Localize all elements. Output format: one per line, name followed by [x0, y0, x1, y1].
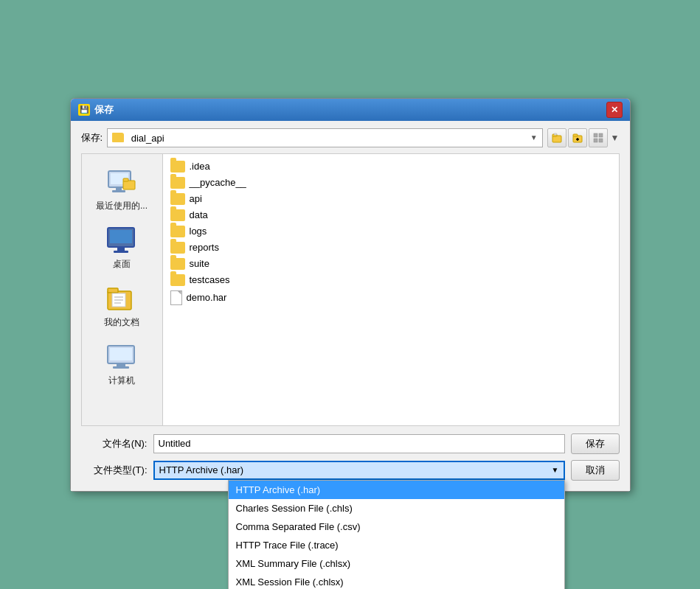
view-dropdown-arrow[interactable]: ▼	[611, 133, 620, 143]
svg-rect-15	[123, 181, 135, 189]
folder-name: reports	[190, 242, 219, 253]
folder-icon-sm	[112, 133, 124, 142]
title-bar-left: 💾 保存	[78, 103, 114, 116]
list-item[interactable]: reports	[167, 240, 614, 256]
cancel-button[interactable]: 取消	[571, 460, 620, 481]
list-item[interactable]: suite	[167, 256, 614, 272]
toolbar-btn-1[interactable]	[547, 128, 566, 147]
svg-rect-28	[110, 348, 132, 360]
folder-name: logs	[190, 226, 207, 237]
folder-name: __pycache__	[190, 177, 246, 188]
filename-row: 文件名(N): 保存	[81, 433, 620, 454]
list-item[interactable]: data	[167, 207, 614, 223]
new-folder-icon	[572, 133, 583, 143]
svg-rect-30	[113, 366, 129, 369]
filetype-dropdown[interactable]: HTTP Archive (.har) Charles Session File…	[228, 480, 565, 590]
save-dialog: 💾 保存 ✕ 保存: dial_api ▼	[70, 98, 631, 492]
dialog-icon: 💾	[78, 104, 90, 116]
folder-name: .idea	[190, 161, 210, 172]
svg-rect-2	[554, 133, 557, 135]
file-list-area[interactable]: .idea __pycache__ api data logs	[162, 153, 620, 426]
filetype-row: 文件类型(T): HTTP Archive (.har) ▼ HTTP Arch…	[81, 460, 620, 481]
computer-svg-icon	[105, 342, 139, 372]
svg-rect-14	[112, 190, 125, 192]
folder-name: api	[190, 193, 202, 204]
sidebar-item-desktop[interactable]: 桌面	[89, 223, 155, 273]
dropdown-item-csv[interactable]: Comma Separated File (.csv)	[229, 517, 564, 536]
folder-icon	[170, 258, 185, 270]
folder-icon	[170, 209, 185, 221]
svg-rect-22	[108, 288, 118, 293]
svg-rect-10	[599, 139, 603, 142]
sidebar-item-computer-label: 计算机	[108, 374, 135, 387]
list-item[interactable]: api	[167, 191, 614, 207]
current-folder-name: dial_api	[131, 133, 164, 144]
sidebar-item-desktop-label: 桌面	[113, 258, 131, 271]
file-name: demo.har	[187, 292, 227, 303]
form-area: 文件名(N): 保存 文件类型(T): HTTP Archive (.har) …	[81, 433, 620, 481]
file-icon	[170, 290, 182, 305]
dropdown-item-chlsx1[interactable]: XML Summary File (.chlsx)	[229, 554, 564, 573]
desktop-svg-icon	[105, 226, 139, 255]
content-area: 最近使用的... 桌面	[81, 153, 620, 426]
filetype-selected-value: HTTP Archive (.har)	[159, 464, 244, 475]
sidebar-item-recent-label: 最近使用的...	[96, 200, 148, 212]
filetype-select[interactable]: HTTP Archive (.har) ▼	[153, 461, 565, 480]
sidebar-item-computer[interactable]: 计算机	[89, 339, 155, 390]
dropdown-item-trace[interactable]: HTTP Trace File (.trace)	[229, 536, 564, 554]
list-item[interactable]: logs	[167, 223, 614, 240]
filetype-dropdown-arrow: ▼	[552, 466, 559, 474]
filetype-label: 文件类型(T):	[81, 464, 148, 477]
list-item[interactable]: __pycache__	[167, 175, 614, 191]
dialog-title: 保存	[94, 103, 114, 116]
view-menu-icon	[593, 133, 603, 143]
list-item[interactable]: demo.har	[167, 288, 614, 307]
folder-icon	[170, 242, 185, 254]
folder-icon	[170, 226, 185, 237]
computer-icon	[105, 342, 139, 372]
sidebar-item-mydocs[interactable]: 我的文档	[89, 281, 155, 332]
sidebar-item-mydocs-label: 我的文档	[104, 316, 139, 329]
svg-rect-8	[599, 133, 603, 137]
svg-rect-19	[117, 247, 125, 251]
location-dropdown[interactable]: dial_api ▼	[107, 128, 542, 147]
dropdown-item-har[interactable]: HTTP Archive (.har)	[229, 481, 564, 499]
folder-icon	[170, 274, 185, 286]
left-sidebar: 最近使用的... 桌面	[81, 153, 162, 426]
folder-name: testcases	[190, 274, 230, 285]
recent-icon	[105, 167, 139, 197]
title-bar: 💾 保存 ✕	[71, 99, 630, 121]
dropdown-arrow-icon: ▼	[530, 133, 538, 142]
toolbar-icons: ▼	[547, 128, 620, 147]
svg-rect-13	[116, 187, 122, 190]
filetype-select-wrapper: HTTP Archive (.har) ▼ HTTP Archive (.har…	[153, 461, 565, 480]
svg-rect-9	[594, 139, 597, 142]
save-button[interactable]: 保存	[571, 433, 620, 454]
close-button[interactable]: ✕	[606, 102, 623, 118]
dialog-body: 保存: dial_api ▼	[71, 121, 630, 491]
folder-icon	[170, 161, 185, 172]
svg-rect-18	[110, 230, 132, 243]
svg-rect-7	[594, 133, 597, 137]
toolbar-btn-2[interactable]	[568, 128, 587, 147]
mydocs-svg-icon	[105, 284, 139, 313]
desktop-icon	[105, 226, 139, 255]
folder-icon-indicator: dial_api	[112, 132, 164, 144]
svg-rect-4	[573, 134, 578, 136]
folder-name: data	[190, 209, 208, 220]
toolbar-btn-3[interactable]	[589, 128, 608, 147]
folder-name: suite	[190, 258, 209, 269]
mydocs-icon	[105, 284, 139, 313]
folder-icon	[170, 193, 185, 205]
sidebar-item-recent[interactable]: 最近使用的...	[89, 164, 155, 215]
filename-input[interactable]	[153, 434, 565, 453]
recent-svg-icon	[105, 167, 139, 197]
filename-label: 文件名(N):	[81, 437, 148, 450]
dropdown-item-chls[interactable]: Charles Session File (.chls)	[229, 499, 564, 517]
svg-rect-29	[117, 363, 125, 366]
folder-icon	[170, 177, 185, 189]
list-item[interactable]: .idea	[167, 158, 614, 175]
dropdown-item-chlsx2[interactable]: XML Session File (.chlsx)	[229, 573, 564, 590]
recent-folders-icon	[552, 133, 562, 143]
list-item[interactable]: testcases	[167, 272, 614, 288]
